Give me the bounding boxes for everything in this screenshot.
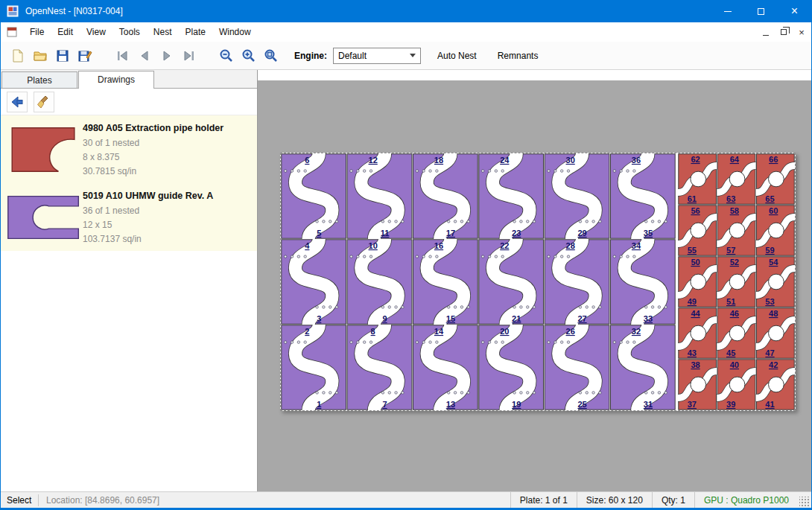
- purple-part-pair[interactable]: 21: [282, 325, 346, 410]
- part-number: 44: [691, 309, 700, 318]
- menu-view[interactable]: View: [80, 22, 112, 42]
- red-part-pair[interactable]: 5049: [678, 257, 717, 307]
- zoom-out-icon: [219, 48, 234, 63]
- drawing-list: 4980 A05 Extraction pipe holder 30 of 1 …: [1, 115, 257, 251]
- zoom-in-button[interactable]: [238, 45, 260, 67]
- purple-part-pair[interactable]: 1211: [347, 153, 412, 239]
- auto-nest-button[interactable]: Auto Nest: [433, 48, 481, 64]
- maximize-button[interactable]: [744, 0, 778, 22]
- purple-part-pair[interactable]: 3231: [610, 325, 675, 410]
- menu-tools[interactable]: Tools: [112, 22, 147, 42]
- save-as-button[interactable]: [74, 45, 96, 67]
- red-part-pair[interactable]: 6463: [717, 154, 755, 204]
- back-arrow-icon: [10, 95, 25, 109]
- part-number: 19: [512, 400, 521, 409]
- menubar: File Edit View Tools Nest Plate Window ×: [1, 22, 811, 42]
- red-part-pair[interactable]: 4039: [717, 360, 755, 409]
- import-drawing-button[interactable]: [7, 92, 28, 112]
- menu-window[interactable]: Window: [212, 22, 258, 42]
- last-plate-button[interactable]: [178, 45, 200, 67]
- main-toolbar: Engine: Default Auto Nest Remnants: [1, 42, 811, 70]
- previous-plate-button[interactable]: [133, 45, 156, 67]
- purple-part-pair[interactable]: 3635: [610, 153, 675, 239]
- drawing-nested-count: 36 of 1 nested: [83, 204, 253, 218]
- clear-drawings-button[interactable]: [34, 92, 54, 112]
- red-part-pair[interactable]: 5857: [717, 205, 755, 255]
- purple-part-pair[interactable]: 3029: [545, 153, 609, 239]
- red-part-pair[interactable]: 4443: [678, 308, 717, 358]
- left-panel: Plates Drawings: [1, 70, 258, 491]
- engine-select[interactable]: Default: [333, 48, 421, 64]
- remnants-button[interactable]: Remnants: [493, 48, 543, 64]
- part-number: 49: [688, 297, 697, 306]
- part-number: 16: [434, 241, 443, 250]
- last-arrow-icon: [182, 48, 197, 63]
- part-number: 57: [726, 246, 735, 255]
- part-number: 15: [446, 314, 455, 323]
- purple-part-pair[interactable]: 1615: [413, 239, 478, 325]
- part-number: 63: [726, 194, 735, 203]
- purple-part-pair[interactable]: 2221: [479, 239, 544, 325]
- red-part-pair[interactable]: 6665: [756, 154, 795, 204]
- purple-part-pair[interactable]: 2827: [545, 239, 609, 325]
- mdi-close-button[interactable]: ×: [793, 25, 810, 39]
- part-number: 59: [765, 246, 774, 255]
- red-part-pair[interactable]: 5453: [756, 257, 795, 307]
- resize-grip[interactable]: [799, 497, 810, 507]
- zoom-out-button[interactable]: [215, 45, 238, 67]
- purple-part-pair[interactable]: 1817: [413, 153, 478, 239]
- open-file-button[interactable]: [29, 45, 51, 67]
- new-file-button[interactable]: [7, 45, 29, 67]
- red-part-pair[interactable]: 4847: [756, 308, 795, 358]
- mdi-restore-button[interactable]: [775, 25, 792, 39]
- first-plate-button[interactable]: [111, 45, 133, 67]
- purple-part-pair[interactable]: 2019: [479, 325, 544, 410]
- menu-nest[interactable]: Nest: [147, 22, 179, 42]
- purple-part-pair[interactable]: 1413: [413, 325, 478, 410]
- red-part-pair[interactable]: 6261: [678, 154, 717, 204]
- save-button[interactable]: [51, 45, 74, 67]
- part-number: 6: [305, 156, 309, 165]
- red-part-pair[interactable]: 3837: [678, 360, 717, 409]
- tab-drawings[interactable]: Drawings: [78, 71, 154, 89]
- mdi-minimize-button[interactable]: [758, 25, 774, 39]
- open-folder-icon: [33, 48, 48, 63]
- part-number: 18: [434, 156, 443, 165]
- red-part-pair[interactable]: 5655: [678, 205, 717, 255]
- menu-file[interactable]: File: [23, 22, 51, 42]
- tab-plates[interactable]: Plates: [1, 71, 77, 88]
- drawing-title: 4980 A05 Extraction pipe holder: [83, 123, 253, 133]
- close-button[interactable]: ×: [778, 0, 811, 22]
- purple-part-pair[interactable]: 109: [347, 239, 412, 325]
- part-number: 30: [566, 156, 575, 165]
- part-number: 20: [500, 327, 509, 336]
- drawing-list-item[interactable]: 4980 A05 Extraction pipe holder 30 of 1 …: [1, 115, 257, 183]
- status-plate: Plate: 1 of 1: [510, 492, 577, 508]
- part-number: 34: [632, 241, 641, 250]
- part-number: 3: [317, 314, 321, 323]
- purple-part-pair[interactable]: 3433: [610, 239, 675, 325]
- plate[interactable]: 6512111817242330293635431091615222128273…: [280, 153, 796, 411]
- part-number: 12: [369, 156, 378, 165]
- purple-part-pair[interactable]: 2423: [479, 153, 544, 239]
- part-thumbnail-purple: [5, 188, 83, 246]
- minimize-button[interactable]: [711, 0, 744, 22]
- red-part-pair[interactable]: 4645: [717, 308, 755, 358]
- red-part-pair[interactable]: 6059: [756, 205, 795, 255]
- part-number: 62: [691, 155, 700, 164]
- part-number: 55: [688, 246, 697, 255]
- purple-part-pair[interactable]: 43: [282, 239, 346, 325]
- nesting-canvas[interactable]: 6512111817242330293635431091615222128273…: [258, 70, 811, 491]
- red-part-pair[interactable]: 5251: [717, 257, 755, 307]
- menu-edit[interactable]: Edit: [51, 22, 80, 42]
- drawing-list-item[interactable]: 5019 A10 UHMW guide Rev. A 36 of 1 neste…: [1, 183, 257, 251]
- purple-part-pair[interactable]: 2625: [545, 325, 609, 410]
- app-logo-icon: [7, 5, 19, 17]
- red-part-pair[interactable]: 4241: [756, 360, 795, 409]
- zoom-fit-button[interactable]: [260, 45, 282, 67]
- menu-plate[interactable]: Plate: [179, 22, 212, 42]
- purple-part-pair[interactable]: 87: [347, 325, 412, 410]
- content-area: Plates Drawings: [1, 70, 811, 491]
- next-plate-button[interactable]: [156, 45, 178, 67]
- purple-part-pair[interactable]: 65: [282, 153, 346, 239]
